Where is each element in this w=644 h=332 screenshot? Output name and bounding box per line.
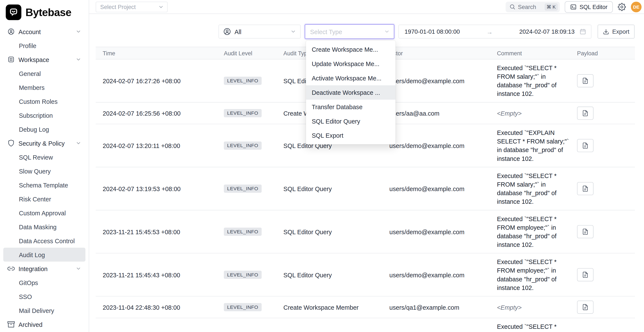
payload-view-button[interactable] — [577, 225, 593, 238]
calendar-icon[interactable] — [580, 28, 586, 35]
cell-comment: <Empty> — [490, 109, 570, 118]
cell-comment: Executed `"EXPLAIN SELECT * FROM salary;… — [490, 128, 570, 163]
archive-icon — [7, 321, 14, 328]
sidebar-item-general[interactable]: General — [3, 66, 85, 80]
sidebar-item-slow-query[interactable]: Slow Query — [3, 164, 85, 178]
actor-filter-select[interactable]: All — [218, 25, 300, 39]
cell-audit-level: LEVEL_INFO — [217, 228, 276, 236]
actor-filter-value: All — [234, 28, 242, 35]
payload-view-button[interactable] — [577, 107, 593, 120]
level-badge: LEVEL_INFO — [224, 271, 262, 279]
chevron-down-icon — [76, 140, 82, 146]
payload-view-button[interactable] — [577, 74, 593, 87]
settings-gear-icon[interactable] — [618, 2, 626, 11]
sidebar-item-mail-delivery[interactable]: Mail Delivery — [3, 304, 85, 318]
sidebar-section-security-policy[interactable]: Security & Policy — [3, 136, 85, 150]
type-menu-item[interactable]: Deactivate Workspace ... — [306, 85, 396, 100]
sidebar-item-gitops[interactable]: GitOps — [3, 276, 85, 290]
project-select[interactable]: Select Project — [96, 1, 168, 12]
payload-view-button[interactable] — [577, 268, 593, 281]
date-range-start[interactable]: 1970-01-01 08:00:00 — [404, 28, 460, 35]
sidebar-section-integration[interactable]: Integration — [3, 262, 85, 276]
sidebar-section-workspace[interactable]: Workspace — [3, 52, 85, 66]
sidebar-item-debug-log[interactable]: Debug Log — [3, 122, 85, 136]
cell-actor: users/demo@example.com — [382, 271, 490, 278]
sidebar-item-data-access-control[interactable]: Data Access Control — [3, 234, 85, 248]
cell-audit-type: SQL Editor Query — [276, 185, 382, 192]
cell-audit-level: LEVEL_INFO — [217, 184, 276, 193]
type-filter-select[interactable]: Select Type — [305, 24, 394, 39]
column-header-actor: Actor — [382, 50, 490, 56]
sidebar-section-archived[interactable]: Archived — [3, 318, 85, 331]
level-badge: LEVEL_INFO — [224, 228, 262, 236]
sidebar-item-members[interactable]: Members — [3, 80, 85, 94]
brand-name: Bytebase — [26, 6, 71, 19]
search-input[interactable]: Search ⌘ K — [506, 1, 560, 12]
column-header-payload: Payload — [570, 50, 635, 56]
comment-text: Executed `"SELECT * FROM salary;"` in da… — [497, 64, 556, 97]
type-menu-item[interactable]: SQL Export — [306, 128, 396, 143]
user-avatar[interactable]: DE — [631, 1, 642, 12]
payload-view-button[interactable] — [577, 182, 593, 195]
column-header-time: Time — [96, 50, 217, 56]
comment-text: <Empty> — [497, 304, 522, 311]
sidebar-item-custom-roles[interactable]: Custom Roles — [3, 94, 85, 108]
search-placeholder: Search — [518, 3, 536, 10]
type-menu-item[interactable]: Update Workspace Me... — [306, 57, 396, 71]
sidebar-label: SQL Review — [19, 154, 53, 161]
cell-comment: Executed `"SELECT * FROM employee;"` in … — [490, 258, 570, 292]
audit-type-dropdown-menu: Create Workspace Me... Update Workspace … — [306, 40, 396, 144]
workspace-icon — [7, 56, 14, 63]
file-icon — [582, 228, 588, 235]
cell-audit-type: Create Workspace Member — [276, 304, 382, 311]
type-filter-placeholder: Select Type — [310, 28, 342, 35]
cell-audit-level: LEVEL_INFO — [217, 77, 276, 85]
sidebar-item-schema-template[interactable]: Schema Template — [3, 178, 85, 192]
sidebar-item-subscription[interactable]: Subscription — [3, 108, 85, 122]
chevron-down-icon — [290, 29, 296, 34]
sidebar-item-audit-log[interactable]: Audit Log — [3, 248, 85, 262]
arrow-right-icon: → — [460, 28, 520, 35]
file-icon — [582, 142, 588, 149]
sql-editor-label: SQL Editor — [580, 3, 608, 10]
sidebar-item-sql-review[interactable]: SQL Review — [3, 150, 85, 164]
cell-actor: users/demo@example.com — [382, 77, 490, 84]
level-badge: LEVEL_INFO — [224, 77, 262, 85]
bytebase-logo[interactable]: Bytebase — [0, 0, 89, 23]
type-menu-item[interactable]: SQL Editor Query — [306, 114, 396, 129]
cell-audit-level: LEVEL_INFO — [217, 271, 276, 279]
sidebar-item-sso[interactable]: SSO — [3, 290, 85, 304]
sidebar-item-data-masking[interactable]: Data Masking — [3, 220, 85, 234]
cell-comment: <Empty> — [490, 303, 570, 312]
sql-editor-button[interactable]: SQL Editor — [565, 1, 613, 13]
comment-text: Executed `"EXPLAIN SELECT * FROM salary;… — [497, 129, 569, 162]
file-icon — [582, 185, 588, 192]
cell-payload — [570, 107, 635, 120]
sidebar-item-profile[interactable]: Profile — [3, 39, 85, 52]
sidebar-label: Audit Log — [19, 251, 45, 258]
date-range-end[interactable]: 2024-02-07 18:09:13 — [519, 28, 574, 35]
cell-audit-level: LEVEL_INFO — [217, 142, 276, 150]
payload-view-button[interactable] — [577, 139, 593, 152]
level-badge: LEVEL_INFO — [224, 184, 262, 193]
export-button[interactable]: Export — [598, 25, 634, 39]
type-menu-item[interactable]: Activate Workspace Me... — [306, 71, 396, 85]
date-range-picker[interactable]: 1970-01-01 08:00:00 → 2024-02-07 18:09:1… — [398, 25, 592, 39]
sidebar-item-custom-approval[interactable]: Custom Approval — [3, 206, 85, 220]
cell-time: 2024-02-07 13:20:11 +08:00 — [96, 142, 217, 149]
sidebar-label: Workspace — [18, 56, 49, 63]
type-menu-item[interactable]: Create Workspace Me... — [306, 42, 396, 57]
terminal-icon — [570, 3, 577, 10]
project-select-placeholder: Select Project — [100, 3, 136, 10]
cell-payload — [570, 301, 635, 314]
sidebar-label: General — [19, 70, 41, 77]
type-menu-item[interactable]: Transfer Database — [306, 100, 396, 114]
search-icon — [509, 4, 516, 10]
sidebar-item-risk-center[interactable]: Risk Center — [3, 192, 85, 206]
payload-view-button[interactable] — [577, 301, 593, 314]
comment-text: Executed `"SELECT * FROM department;"` i… — [497, 323, 560, 332]
cell-actor: users/demo@example.com — [382, 185, 490, 192]
cell-time: 2024-02-07 13:19:53 +08:00 — [96, 185, 217, 192]
topbar-right-group: Search ⌘ K SQL Editor DE — [506, 1, 642, 13]
sidebar-section-account[interactable]: Account — [3, 25, 85, 39]
